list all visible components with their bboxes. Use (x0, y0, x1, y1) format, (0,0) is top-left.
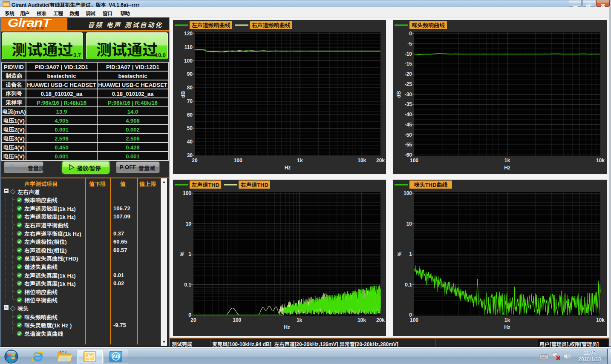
svg-text:-45: -45 (405, 120, 412, 128)
svg-text:Hz: Hz (504, 323, 510, 330)
svg-text:咪头频响曲线: 咪头频响曲线 (412, 21, 445, 29)
svg-text:100: 100 (403, 189, 412, 196)
svg-text:20: 20 (192, 156, 198, 163)
svg-text:-15: -15 (405, 60, 412, 67)
svg-text:10k: 10k (596, 316, 605, 323)
svg-text:-10: -10 (405, 50, 412, 57)
svg-text:100: 100 (234, 156, 242, 163)
svg-text:AD: AD (112, 354, 119, 359)
svg-text:%: % (178, 252, 185, 256)
svg-text:1: 1 (188, 250, 191, 257)
svg-text:70: 70 (187, 97, 193, 104)
svg-text:-20: -20 (405, 70, 412, 77)
svg-text:左声道THD: 左声道THD (191, 181, 219, 189)
svg-text:-35: -35 (405, 100, 412, 107)
svg-text:100: 100 (410, 156, 418, 163)
svg-text:-30: -30 (405, 90, 412, 97)
svg-text:1k: 1k (504, 316, 510, 323)
svg-text:20: 20 (190, 316, 196, 323)
svg-text:-40: -40 (405, 110, 412, 118)
svg-text:40: 40 (187, 138, 193, 145)
svg-text:1: 1 (409, 250, 412, 257)
svg-text:%: % (395, 252, 403, 256)
svg-text:-5: -5 (407, 40, 412, 47)
svg-text:Hz: Hz (285, 163, 291, 171)
svg-text:10k: 10k (596, 156, 605, 163)
svg-text:1k: 1k (297, 156, 303, 163)
svg-text:60: 60 (187, 111, 193, 118)
svg-text:100: 100 (410, 316, 418, 323)
svg-text:-50: -50 (405, 131, 412, 138)
svg-text:0.1: 0.1 (405, 281, 412, 288)
svg-text:100: 100 (183, 189, 191, 196)
svg-text:右声道频响曲线: 右声道频响曲线 (251, 21, 290, 29)
svg-text:左声道频响曲线: 左声道频响曲线 (191, 21, 230, 29)
svg-text:右声道THD: 右声道THD (240, 181, 268, 189)
svg-text:100: 100 (184, 57, 193, 64)
svg-text:10k: 10k (357, 316, 366, 323)
svg-text:110: 110 (184, 43, 193, 50)
svg-text:10k: 10k (357, 156, 366, 163)
svg-text:100: 100 (233, 316, 241, 323)
svg-text:120: 120 (184, 29, 193, 37)
svg-text:Hz: Hz (504, 163, 510, 171)
svg-text:dB: dB (395, 91, 402, 97)
svg-text:10: 10 (406, 220, 412, 227)
svg-text:Hz: Hz (284, 323, 290, 330)
svg-text:10: 10 (186, 220, 192, 227)
svg-text:dB: dB (179, 91, 186, 97)
svg-text:0: 0 (409, 29, 412, 37)
svg-text:-25: -25 (405, 80, 412, 87)
svg-text:50: 50 (187, 124, 193, 131)
svg-text:-55: -55 (405, 140, 412, 148)
svg-text:80: 80 (187, 83, 193, 91)
svg-text:咪头THD曲线: 咪头THD曲线 (414, 181, 448, 189)
svg-text:20k: 20k (376, 156, 385, 163)
svg-text:1k: 1k (297, 316, 303, 323)
svg-text:0.1: 0.1 (184, 281, 191, 288)
svg-text:20k: 20k (376, 316, 385, 323)
svg-text:90: 90 (187, 70, 193, 77)
svg-text:1k: 1k (504, 156, 510, 163)
